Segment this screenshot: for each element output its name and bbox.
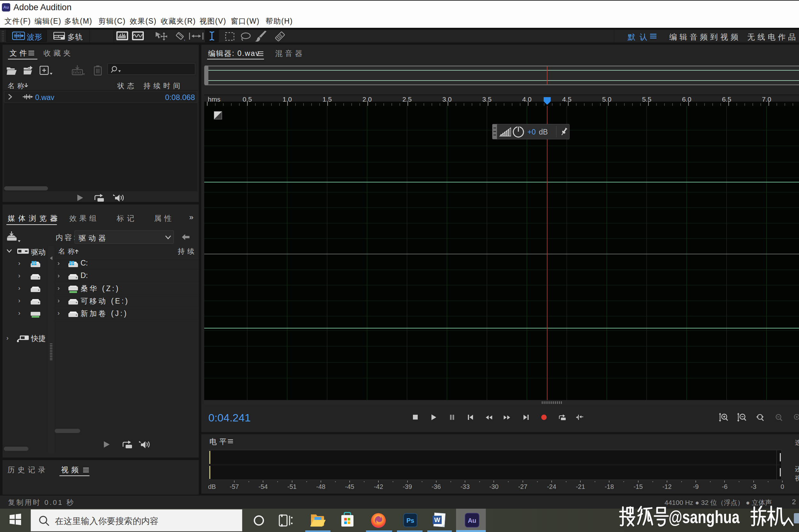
- svg-text:Au: Au: [468, 517, 477, 524]
- svg-text:Ps: Ps: [406, 517, 414, 524]
- svg-text:W: W: [434, 516, 440, 524]
- svg-text:@sanghua: @sanghua: [669, 507, 740, 527]
- svg-text:,: ,: [184, 36, 185, 41]
